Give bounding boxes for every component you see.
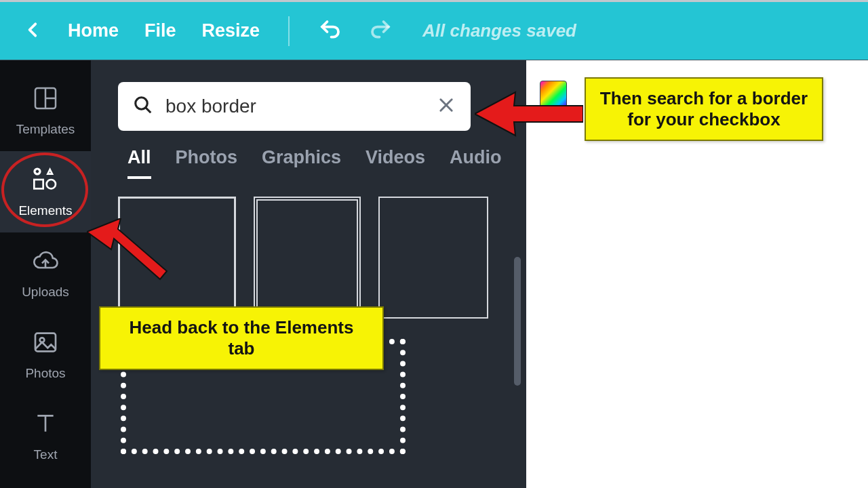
tab-audio[interactable]: Audio [450, 147, 501, 179]
elements-icon [32, 166, 59, 197]
svg-marker-11 [87, 218, 167, 279]
svg-rect-5 [35, 333, 56, 351]
tab-videos[interactable]: Videos [366, 147, 425, 179]
search-icon [133, 95, 153, 118]
top-toolbar: Home File Resize All changes saved [0, 2, 868, 60]
save-status: All changes saved [422, 20, 576, 41]
uploads-icon [32, 247, 59, 278]
sidebar-item-templates[interactable]: Templates [0, 70, 91, 151]
back-icon[interactable] [24, 16, 42, 46]
search-bar[interactable] [118, 82, 471, 131]
scrollbar[interactable] [514, 257, 521, 386]
result-item[interactable] [254, 197, 361, 319]
clear-icon[interactable] [437, 96, 456, 117]
sidebar-label: Photos [25, 366, 65, 381]
callout-right: Then search for a border for your checkb… [585, 77, 823, 141]
result-item[interactable] [378, 197, 488, 319]
home-link[interactable]: Home [68, 20, 119, 41]
sidebar-item-photos[interactable]: Photos [0, 314, 91, 395]
file-menu[interactable]: File [144, 20, 176, 41]
tab-all[interactable]: All [127, 147, 151, 179]
search-input[interactable] [153, 96, 437, 117]
svg-rect-3 [34, 180, 43, 188]
callout-left: Head back to the Elements tab [99, 306, 384, 370]
resize-menu[interactable]: Resize [202, 20, 260, 41]
text-icon [32, 410, 59, 441]
toolbar-separator [288, 16, 290, 46]
sidebar: Templates Elements Uploads Photos Tex [0, 60, 91, 488]
photos-icon [32, 329, 59, 359]
sidebar-item-elements[interactable]: Elements [0, 151, 91, 232]
tab-photos[interactable]: Photos [176, 147, 238, 179]
redo-icon[interactable] [368, 18, 393, 45]
sidebar-item-uploads[interactable]: Uploads [0, 232, 91, 314]
sidebar-label: Uploads [22, 285, 69, 300]
document-canvas[interactable] [526, 128, 868, 488]
sidebar-item-text[interactable]: Text [0, 395, 91, 476]
annotation-arrow-right [475, 87, 583, 141]
sidebar-label: Elements [18, 203, 72, 218]
tab-graphics[interactable]: Graphics [262, 147, 341, 179]
svg-line-8 [146, 108, 151, 113]
svg-point-4 [47, 180, 56, 188]
filter-tabs: All Photos Graphics Videos Audio [118, 147, 506, 179]
svg-marker-12 [475, 92, 583, 136]
sidebar-label: Templates [16, 122, 75, 137]
svg-point-7 [136, 98, 148, 110]
annotation-arrow-left [87, 218, 168, 286]
templates-icon [32, 85, 59, 115]
undo-icon[interactable] [318, 18, 342, 45]
sidebar-label: Text [34, 447, 58, 462]
